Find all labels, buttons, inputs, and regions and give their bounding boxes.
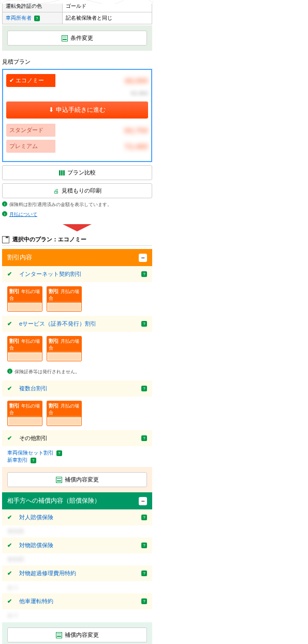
check-icon: ✔ — [7, 271, 12, 277]
owner-value: 記名被保険者と同じ — [62, 12, 152, 24]
help-icon[interactable]: ? — [56, 450, 62, 456]
check-icon: ✔ — [7, 320, 12, 327]
discount-name[interactable]: 複数台割引 — [19, 385, 48, 392]
help-icon[interactable]: ? — [141, 570, 147, 576]
blur-value: あり — [2, 581, 152, 593]
plan-tab-premium[interactable]: プレミアム — [6, 140, 55, 153]
check-icon: ✔ — [7, 385, 12, 392]
help-icon[interactable]: ? — [141, 515, 147, 520]
check-icon: ✔ — [7, 570, 12, 577]
adjust-icon — [56, 477, 62, 483]
check-icon: ✔ — [7, 598, 12, 605]
help-icon[interactable]: ? — [141, 386, 147, 391]
plan-price: 66,750 — [55, 126, 148, 135]
plan-tab-standard[interactable]: スタンダード — [6, 124, 55, 137]
collapse-icon: − — [139, 254, 147, 262]
monthly-link[interactable]: 月払について — [9, 211, 37, 218]
newcar-discount-link[interactable]: 新車割引 — [7, 457, 28, 463]
discount-badge-annual: 割引 年払の場合 — [7, 401, 42, 426]
plan-subprice: 50,960 — [6, 90, 148, 96]
plans-title: 見積プラン — [2, 58, 152, 66]
liability-item[interactable]: 他車運転特約 — [19, 597, 53, 605]
info-icon: i — [2, 211, 7, 216]
discount-badge-monthly: 割引 月払の場合 — [47, 286, 82, 312]
discount-name: その他割引 — [19, 434, 48, 442]
note-applied: 保険料は割引適用済みの金額を表示しています。 — [9, 201, 112, 208]
badge-row: 割引 年払の場合 割引 月払の場合 — [2, 282, 152, 316]
help-icon[interactable]: ? — [31, 458, 36, 463]
plan-price: 48,590 — [55, 76, 148, 85]
discount-badge-monthly: 割引 月払の場合 — [47, 401, 82, 426]
help-icon[interactable]: ? — [34, 16, 40, 21]
discount-badge-annual: 割引 年払の場合 — [7, 286, 42, 312]
help-icon[interactable]: ? — [141, 598, 147, 604]
change-coverage-button[interactable]: 補償内容変更 — [7, 627, 147, 642]
compare-button[interactable]: プラン比較 — [2, 165, 152, 180]
selected-plan-label: 選択中のプラン：エコノミー — [12, 236, 86, 243]
liability-item[interactable]: 対物超過修理費用特約 — [19, 569, 76, 577]
check-icon: ✔ — [7, 514, 12, 521]
help-icon[interactable]: ? — [141, 271, 147, 277]
proceed-button[interactable]: 申込手続きに進む — [6, 101, 148, 119]
help-icon[interactable]: ? — [141, 321, 147, 327]
discount-name[interactable]: インターネット契約割引 — [19, 270, 82, 278]
liability-item[interactable]: 対物賠償保険 — [19, 541, 53, 549]
accordion-discounts[interactable]: 割引内容− — [2, 249, 152, 266]
check-icon: ✔ — [7, 435, 12, 442]
blur-value: 無制限 — [2, 525, 152, 537]
plan-tab-economy[interactable]: エコノミー — [6, 74, 55, 87]
print-button[interactable]: 見積もりの印刷 — [2, 183, 152, 198]
adjust-icon — [56, 632, 62, 638]
discount-badge-monthly: 割引 月払の場合 — [47, 336, 82, 361]
owner-label: 車両所有者 ? — [3, 12, 63, 24]
help-icon[interactable]: ? — [141, 543, 147, 548]
blur-value: あり — [2, 609, 152, 621]
accordion-liability[interactable]: 相手方への補償内容（賠償保険）− — [2, 492, 152, 509]
plan-selection-box: エコノミー 48,590 50,960 申込手続きに進む スタンダード 66,7… — [2, 69, 152, 162]
info-icon: i — [7, 369, 12, 374]
save-icon — [2, 236, 9, 243]
blur-value: 無制限 — [2, 553, 152, 565]
change-conditions-button[interactable]: 条件変更 — [7, 31, 147, 46]
discount-badge-annual: 割引 年払の場合 — [7, 336, 42, 361]
plan-price: 72,480 — [55, 142, 148, 151]
print-icon — [53, 188, 59, 194]
info-icon: i — [2, 201, 7, 207]
check-icon: ✔ — [7, 542, 12, 549]
compare-icon — [59, 170, 65, 175]
help-icon[interactable]: ? — [141, 435, 147, 441]
arrow-down-icon — [63, 224, 92, 231]
change-coverage-button[interactable]: 補償内容変更 — [7, 472, 147, 487]
discount-name[interactable]: eサービス（証券不発行）割引 — [19, 320, 96, 328]
note-nocert: 保険証券等は発行されません。 — [14, 369, 80, 375]
collapse-icon: − — [139, 497, 147, 505]
set-discount-link[interactable]: 車両保険セット割引 — [7, 450, 54, 456]
adjust-icon — [62, 35, 68, 41]
liability-item[interactable]: 対人賠償保険 — [19, 514, 53, 521]
table-row: 車両所有者 ? 記名被保険者と同じ — [3, 12, 152, 24]
conditions-table: 運転免許証の色 ゴールド 車両所有者 ? 記名被保険者と同じ — [2, 0, 152, 24]
